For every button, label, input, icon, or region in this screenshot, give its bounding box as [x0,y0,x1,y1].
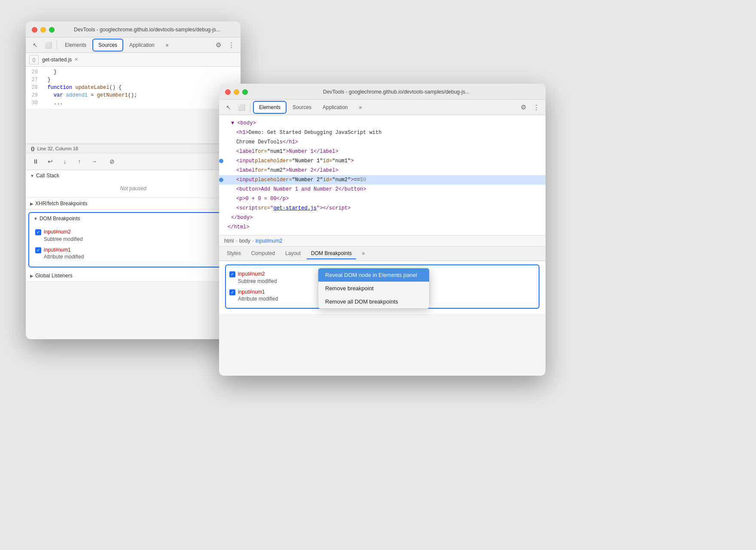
devtools-tabs-2: ↖ ⬜ Elements Sources Application » ⚙ ⋮ [219,100,546,115]
xhr-breakpoints-header[interactable]: ▶ XHR/fetch Breakpoints [26,198,241,209]
bp-text-w2-2: input#num1 Attribute modified [238,289,278,303]
cursor-icon[interactable]: ↖ [29,39,41,51]
code-line-26: 26 } [26,68,241,76]
deactivate-button[interactable]: ⊘ [107,156,118,167]
tab-sources-2[interactable]: Sources [287,102,317,113]
titlebar-2: DevTools - googlechrome.github.io/devtoo… [219,84,546,100]
file-icon: {} [29,55,39,64]
dom-breakpoints-header[interactable]: ▼ DOM Breakpoints [29,213,237,224]
breakpoint-item-2: input#num1 Attribute modified [35,245,231,263]
resume-button[interactable]: → [88,156,100,167]
bp-checkbox-w2-1[interactable] [229,271,235,277]
file-tab-close[interactable]: ✕ [74,57,78,62]
el-line-input-num1[interactable]: <input placeholder= "Number 1" id= "num1… [219,156,546,166]
global-listeners-header[interactable]: ▶ Global Listeners [26,270,241,281]
tab-sources-1[interactable]: Sources [92,39,123,52]
close-button-2[interactable] [225,89,231,95]
breakpoint-dot-num2 [219,178,223,182]
pause-button[interactable]: ⏸ [30,156,41,167]
el-line-p[interactable]: <p>0 + 0 = 00</p> [219,194,546,204]
call-stack-content: Not paused [26,181,241,198]
minimize-button-1[interactable] [40,27,46,33]
el-line-html-close[interactable]: </html> [219,222,546,232]
bt-tab-layout[interactable]: Layout [281,248,305,259]
el-line-label-num2[interactable]: <label for= "num2" >Number 2</label> [219,166,546,175]
close-button-1[interactable] [32,27,37,33]
file-tab-bar: {} get-started.js ✕ [26,53,241,67]
more-icon-2[interactable]: ⋮ [530,101,542,113]
side-panel: ▼ Call Stack Not paused ▶ XHR/fetch Brea… [26,170,241,282]
dom-breakpoints-content: input#num2 Subtree modified input#num1 A… [29,224,237,267]
status-text: Line 32, Column 18 [37,146,78,151]
bc-html[interactable]: html [224,238,234,244]
bp-text-w2-1: input#num2 Subtree modified [238,270,277,285]
breakpoint-checkbox-1[interactable] [35,229,41,235]
tab-more-2[interactable]: » [354,102,367,113]
bt-tab-more[interactable]: » [358,248,369,259]
responsive-icon[interactable]: ⬜ [42,39,54,51]
global-listeners-section: ▶ Global Listeners [26,270,241,282]
el-line-label-num1[interactable]: <label for= "num1" >Number 1</label> [219,147,546,156]
el-line-script[interactable]: <script src= " get-started.js "></script… [219,204,546,213]
tab-application-2[interactable]: Application [317,102,353,113]
stepinto-button[interactable]: ↓ [59,156,70,167]
bt-tab-styles[interactable]: Styles [223,248,245,259]
elements-panel: ▼ <body> <h1> Demo: Get Started Debuggin… [219,115,546,235]
breadcrumb-bar: html › body › input#num2 [219,235,546,246]
el-line-body-close[interactable]: </body> [219,213,546,222]
call-stack-header[interactable]: ▼ Call Stack [26,170,241,181]
bt-tab-dom-breakpoints[interactable]: DOM Breakpoints [307,248,356,259]
el-line-h1-open[interactable]: <h1> Demo: Get Started Debugging JavaScr… [219,128,546,137]
stepover-button[interactable]: ↩ [45,156,56,167]
dom-bp-area: input#num2 Subtree modified input#num1 A… [219,261,546,314]
breakpoint-text-1: input#num2 Subtree modified [44,228,83,243]
bc-body[interactable]: body [239,238,250,244]
bc-input-num2[interactable]: input#num2 [256,238,283,244]
tab-separator [57,41,57,49]
ctx-remove-breakpoint[interactable]: Remove breakpoint [318,282,429,295]
tab-separator-2 [250,103,250,112]
dom-breakpoints-section: ▼ DOM Breakpoints input#num2 Subtree mod… [28,212,238,267]
maximize-button-2[interactable] [242,89,248,95]
stepout-button[interactable]: ↑ [74,156,85,167]
el-line-input-num2[interactable]: <input placeholder= "Number 2" id= "num2… [219,175,546,185]
el-line-h1-text[interactable]: Chrome DevTools </h1> [219,137,546,147]
settings-icon-2[interactable]: ⚙ [517,101,529,113]
code-line-28: 28 function updateLabel() { [26,84,241,91]
cursor-icon-2[interactable]: ↖ [223,101,235,113]
maximize-button-1[interactable] [49,27,55,33]
tab-more-1[interactable]: » [161,40,174,51]
bottom-tabs: Styles Computed Layout DOM Breakpoints » [219,246,546,261]
tab-application-1[interactable]: Application [124,40,160,51]
breakpoint-checkbox-2[interactable] [35,247,41,253]
ctx-remove-all-breakpoints[interactable]: Remove all DOM breakpoints [318,295,429,308]
ctx-reveal-dom-node[interactable]: Reveal DOM node in Elements panel [318,268,429,282]
code-line-30: 30 ... [26,99,241,107]
xhr-breakpoints-section: ▶ XHR/fetch Breakpoints [26,198,241,210]
bp-checkbox-w2-2[interactable] [229,289,235,295]
breakpoint-text-2: input#num1 Attribute modified [44,246,84,261]
code-editor: 26 } 27 } 28 function updateLabel() { 29… [26,67,241,144]
code-line-29: 29 var addend1 = getNumber1(); [26,91,241,99]
titlebar-1: DevTools - googlechrome.github.io/devtoo… [26,21,241,37]
traffic-lights-1 [32,27,55,33]
devtools-tabs-1: ↖ ⬜ Elements Sources Application » ⚙ ⋮ [26,37,241,53]
code-line-27: 27 } [26,76,241,84]
window-title-2: DevTools - googlechrome.github.io/devtoo… [253,89,540,95]
bt-tab-computed[interactable]: Computed [247,248,279,259]
el-line-body[interactable]: ▼ <body> [219,119,546,128]
settings-icon-1[interactable]: ⚙ [212,39,224,51]
minimize-button-2[interactable] [234,89,239,95]
traffic-lights-2 [225,89,248,95]
devtools-window-sources: DevTools - googlechrome.github.io/devtoo… [26,21,241,339]
el-line-button[interactable]: <button>Add Number 1 and Number 2</butto… [219,185,546,194]
call-stack-empty: Not paused [32,184,235,193]
file-tab-name[interactable]: get-started.js [42,57,72,63]
context-menu: Reveal DOM node in Elements panel Remove… [318,268,430,309]
devtools-window-elements: DevTools - googlechrome.github.io/devtoo… [219,84,546,376]
tab-elements-1[interactable]: Elements [60,40,91,51]
more-icon-1[interactable]: ⋮ [225,39,237,51]
breakpoint-item-1: input#num2 Subtree modified [35,227,231,245]
tab-elements-2[interactable]: Elements [253,101,287,114]
responsive-icon-2[interactable]: ⬜ [235,101,247,113]
